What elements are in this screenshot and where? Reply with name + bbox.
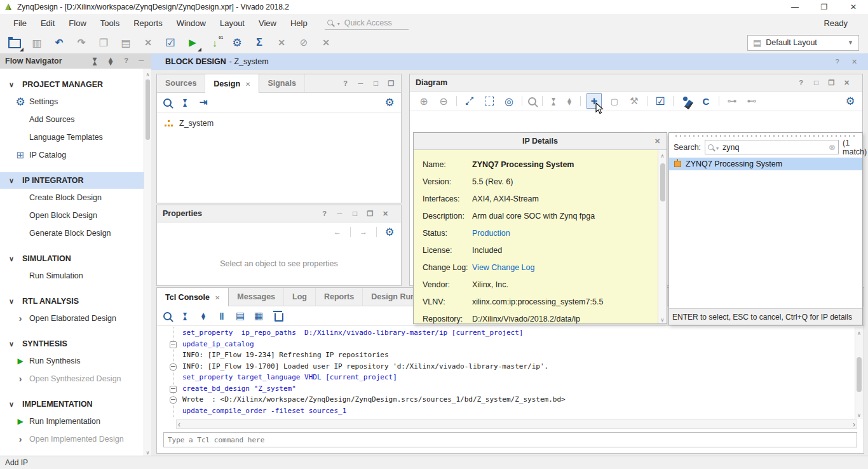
design-tree-root[interactable]: Z_system [157, 112, 401, 128]
menu-view[interactable]: View [252, 16, 283, 31]
scroll-up-icon[interactable] [146, 69, 150, 78]
quick-access-search[interactable]: Quick Access [325, 17, 409, 30]
zoom-out-icon[interactable] [437, 94, 451, 108]
tab-tcl-console[interactable]: Tcl Console [157, 288, 229, 306]
run-icon[interactable] [186, 36, 200, 50]
pin-icon[interactable] [679, 94, 693, 108]
flow-item-add-sources[interactable]: Add Sources [0, 111, 144, 128]
validate-icon[interactable] [163, 36, 177, 50]
flow-item-run-simulation[interactable]: Run Simulation [0, 267, 144, 285]
tab-sources[interactable]: Sources [157, 74, 205, 92]
copy-icon[interactable] [97, 36, 111, 50]
flow-item-create-block-design[interactable]: Create Block Design [0, 189, 144, 207]
collapse-all-icon[interactable] [548, 96, 559, 106]
zoom-in-icon[interactable] [417, 94, 431, 108]
back-arrow-icon[interactable]: ← [332, 227, 342, 237]
scroll-down-icon[interactable] [857, 409, 861, 419]
program-device-icon[interactable] [208, 36, 222, 50]
help-icon[interactable] [796, 78, 806, 87]
sidebar-scrollbar[interactable] [144, 69, 151, 456]
menu-reports[interactable]: Reports [126, 16, 170, 31]
close-icon[interactable] [842, 78, 851, 87]
expand-all-icon[interactable] [198, 311, 208, 321]
validate-design-icon[interactable] [653, 94, 667, 108]
collapse-all-icon[interactable] [180, 311, 190, 321]
flow-item-open-implemented-design[interactable]: Open Implemented Design [0, 430, 144, 448]
flow-section-implementation[interactable]: IMPLEMENTATION [0, 396, 144, 412]
help-icon[interactable] [832, 57, 842, 66]
ip-search-result-selected[interactable]: ZYNQ7 Processing System [669, 158, 862, 170]
maximize-icon[interactable] [350, 209, 360, 218]
gear-icon[interactable] [845, 96, 855, 106]
scrollbar-thumb[interactable] [660, 163, 665, 201]
flow-section-simulation[interactable]: SIMULATION [0, 250, 144, 267]
gear-icon[interactable] [384, 227, 395, 237]
copy-output-icon[interactable] [235, 311, 245, 321]
customize-ip-icon[interactable] [627, 94, 641, 108]
status-link[interactable]: Production [472, 229, 510, 238]
flow-section-ip-integrator[interactable]: IP INTEGRATOR [0, 172, 144, 189]
link-icon[interactable] [297, 36, 311, 50]
autofit-icon[interactable] [502, 94, 516, 108]
abort-icon[interactable] [319, 36, 333, 50]
menu-layout[interactable]: Layout [213, 16, 252, 31]
fold-icon[interactable] [170, 341, 177, 348]
tab-messages[interactable]: Messages [229, 288, 284, 306]
scrollbar-thumb[interactable] [857, 357, 862, 392]
scroll-up-icon[interactable] [857, 327, 861, 337]
cancel-run-icon[interactable] [275, 36, 288, 50]
help-icon[interactable] [341, 79, 350, 88]
scroll-left-icon[interactable] [178, 419, 180, 429]
scroll-up-icon[interactable] [661, 150, 665, 160]
settings-icon[interactable] [230, 36, 244, 50]
undo-icon[interactable] [52, 36, 66, 50]
flow-item-language-templates[interactable]: Language Templates [0, 128, 144, 146]
flow-section-project-manager[interactable]: PROJECT MANAGER [0, 76, 144, 93]
collapse-all-icon[interactable] [180, 97, 190, 107]
flow-item-ip-catalog[interactable]: IP Catalog [0, 146, 144, 164]
menu-window[interactable]: Window [170, 16, 213, 31]
console-output[interactable]: set_property ip_repo_paths D:/Xilinx/viv… [157, 327, 864, 417]
float-icon[interactable] [827, 78, 836, 87]
window-restore-icon[interactable]: ❐ [810, 0, 839, 14]
fold-icon[interactable] [170, 397, 177, 404]
fold-icon[interactable] [170, 386, 177, 393]
console-vertical-scrollbar[interactable] [855, 327, 863, 419]
minimize-icon[interactable] [335, 209, 344, 218]
regenerate-layout-icon[interactable] [699, 94, 713, 108]
expand-all-icon[interactable] [105, 56, 116, 66]
flow-item-run-implementation[interactable]: Run Implementation [0, 412, 144, 430]
flow-item-open-block-design[interactable]: Open Block Design [0, 207, 144, 224]
float-icon[interactable] [386, 79, 396, 88]
pause-output-icon[interactable] [217, 311, 227, 321]
flow-item-generate-block-design[interactable]: Generate Block Design [0, 224, 144, 242]
tab-log[interactable]: Log [284, 288, 316, 306]
forward-arrow-icon[interactable]: → [358, 227, 369, 237]
ip-details-scrollbar[interactable] [658, 150, 667, 323]
redo-icon[interactable] [74, 36, 88, 50]
scroll-down-icon[interactable] [146, 447, 150, 456]
window-close-icon[interactable]: ✕ [839, 0, 868, 14]
menu-tools[interactable]: Tools [93, 16, 126, 31]
tab-reports[interactable]: Reports [316, 288, 363, 306]
minimize-icon[interactable] [137, 56, 146, 65]
clear-console-icon[interactable] [272, 309, 286, 323]
tcl-command-input[interactable] [164, 435, 857, 445]
search-icon[interactable] [163, 312, 172, 320]
menu-flow[interactable]: Flow [62, 16, 93, 31]
clear-search-icon[interactable] [829, 142, 836, 152]
flow-item-open-synthesized-design[interactable]: Open Synthesized Design [0, 370, 144, 388]
scroll-down-icon[interactable] [661, 314, 665, 323]
tab-design[interactable]: Design [205, 74, 259, 93]
layout-selector[interactable]: Default Layout [747, 35, 859, 51]
scroll-right-icon[interactable] [853, 419, 855, 429]
zoom-fit-icon[interactable]: ↗↙ [463, 94, 477, 108]
ip-search-input[interactable] [721, 142, 826, 153]
report-table-icon[interactable] [254, 311, 264, 321]
help-icon[interactable] [121, 56, 131, 65]
menu-help[interactable]: Help [283, 16, 315, 31]
menu-file[interactable]: File [6, 16, 34, 31]
make-external-icon[interactable] [607, 94, 621, 108]
expand-all-icon[interactable] [564, 96, 574, 106]
group-connection-icon[interactable] [745, 94, 759, 108]
